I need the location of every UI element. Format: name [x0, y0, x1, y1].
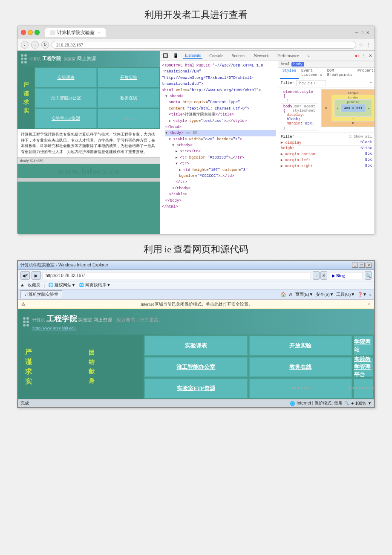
reload-button[interactable]: ↻: [41, 41, 49, 49]
ie-site-url[interactable]: http://www.jstxv.hhit.edu.: [32, 326, 163, 330]
ie-content: 计算机 工程学院 实验室 网上资源 放万卷书，行万里路。 http://www.…: [18, 309, 374, 399]
ie-stop-btn[interactable]: ✕: [320, 271, 327, 280]
back-button[interactable]: ‹: [21, 41, 29, 49]
ie-toolbar-btn2[interactable]: 🌐 网页快讯库▼: [79, 282, 110, 288]
ie-home-btn[interactable]: 🏠: [281, 292, 286, 297]
site-header: 计算机 工程学院 实验室 网上资源: [17, 51, 160, 67]
chrome-max-btn[interactable]: [35, 30, 40, 35]
ie-nav-ftp[interactable]: 实验室FTP资源: [144, 379, 247, 398]
styles-tabs: Styles Event Listeners DOM Breakpoints P…: [278, 68, 375, 79]
site-bottom-text: 计算机工程学院计算机类专业包括计算机科学与技术、软件工程等专业，大力扶持下，本专…: [17, 129, 160, 157]
ie-favorites-label[interactable]: 收藏夹: [28, 282, 40, 288]
bc-body[interactable]: body: [291, 62, 304, 66]
ie-more-btn[interactable]: »: [369, 292, 372, 297]
devtools-tab-elements[interactable]: Elements: [183, 52, 202, 59]
tab-styles[interactable]: Styles: [280, 68, 299, 79]
ie-site-header-text: 计算机 工程学院 实验室 网上资源 放万卷书，行万里路。 http://www.…: [32, 314, 163, 330]
ie-nav-shiyan[interactable]: 实验课表: [144, 336, 247, 356]
chrome-minimize-icon[interactable]: ─: [355, 30, 358, 35]
section2-title: 利用 ie 查看网页和源代码: [17, 243, 375, 256]
devtools-counter: ●1: [355, 54, 359, 58]
ie-nav-grid: 严 谨 求 实 实验课表 开放实验 学院网站 淮工智能办公室 教务在线 实践教学…: [18, 335, 374, 399]
ie-page-menu[interactable]: 页面(E)▼: [295, 292, 314, 298]
chrome-body: 计算机 工程学院 实验室 网上资源 严 谨 求 实 实验课表 开放实验 淮工智能…: [17, 51, 375, 234]
menu-icon[interactable]: ⋮: [366, 42, 371, 48]
nav-cell-kaifang[interactable]: 开放实验: [98, 68, 159, 87]
ie-help-btn[interactable]: ❓▼: [357, 292, 367, 297]
tab-favicon: [50, 30, 55, 35]
ie-titlebar: 计算机学院实验室 - Windows Internet Explorer _ □…: [18, 261, 374, 270]
html-line-title: <title>计算机学院实验室</title>: [169, 112, 276, 118]
bc-html[interactable]: html: [281, 62, 290, 66]
chrome-min-btn[interactable]: [28, 30, 33, 35]
html-line-table-close: </table>: [169, 191, 276, 197]
html-line-td: ▶ <td height="107" colspan="3" bgcolor="…: [179, 167, 276, 179]
ie-back-btn[interactable]: ◀▼: [20, 271, 30, 280]
nav-cell-shiyan[interactable]: 实验课表: [35, 68, 97, 87]
devtools-icon-device[interactable]: 📱: [173, 53, 178, 58]
padding-box: padding - 469 × 611 -: [334, 99, 372, 117]
ie-security-close-btn[interactable]: ×: [368, 301, 371, 307]
ie-go-btn[interactable]: →: [313, 271, 320, 280]
ie-favorites-star[interactable]: ★: [20, 283, 24, 288]
html-line-tr3: ▼ <tr>: [176, 161, 276, 167]
devtools-toolbar: 🔲 📱 Elements Console Sources Network Per…: [160, 51, 375, 61]
chrome-restore-icon[interactable]: □: [361, 30, 363, 35]
ie-minimize-btn[interactable]: _: [352, 263, 358, 268]
devtools-panel: 🔲 📱 Elements Console Sources Network Per…: [160, 51, 375, 234]
ie-sidebar-right: 团 结 献 身: [39, 335, 144, 399]
ie-nav-kaifang[interactable]: 开放实验: [249, 336, 352, 356]
ie-status-left: 完成: [20, 400, 29, 406]
ie-nav-dots2: •••••••••: [354, 379, 373, 398]
styles-filter-input[interactable]: [296, 80, 326, 86]
nav-cell-ftp[interactable]: 实验室FTP资源: [35, 109, 97, 128]
devtools-close-icon[interactable]: ✕: [369, 53, 372, 58]
devtools-tab-console[interactable]: Console: [208, 52, 225, 59]
tab-dom-breakpoints[interactable]: DOM Breakpoints: [325, 68, 355, 79]
elements-panel: <!DOCTYPE html PUBLIC "-//W3C//DTD XHTML…: [160, 61, 278, 234]
html-line-body[interactable]: ▼ <body> == $0: [165, 130, 276, 136]
html-line-head-close: </head>: [165, 124, 276, 130]
ie-nav-jiaowu[interactable]: 教务在线: [249, 357, 352, 377]
add-style-icon[interactable]: +: [370, 81, 372, 85]
bing-logo: ▶: [332, 273, 335, 278]
ie-print-icon[interactable]: 🖨: [288, 292, 293, 297]
ie-zoom-btn[interactable]: ▼: [368, 401, 372, 405]
ie-nav-xueyuan[interactable]: 学院网站: [354, 336, 373, 356]
address-input[interactable]: 210.28.32.167: [52, 41, 356, 49]
ie-close-btn[interactable]: ✕: [366, 263, 372, 268]
devtools-tab-sources[interactable]: Sources: [230, 52, 247, 59]
filter-label: Filter: [281, 81, 294, 85]
html-line-style: ▶ <style type="text/css">…</style>: [169, 118, 276, 124]
ie-nav-huaigong[interactable]: 淮工智能办公室: [144, 357, 247, 377]
devtools-settings-icon[interactable]: ⋮: [362, 53, 366, 58]
ie-nav-shijian[interactable]: 实践教学管理平台: [354, 357, 373, 377]
chrome-close-icon[interactable]: ✕: [366, 30, 369, 35]
ie-security-menu[interactable]: 安全(S)▼: [316, 292, 334, 298]
ie-search-btn[interactable]: 🔍: [365, 271, 372, 280]
ie-address-input[interactable]: http://210.28.32.167/: [43, 272, 311, 279]
chrome-tab-close[interactable]: ×: [98, 30, 101, 35]
chrome-tab[interactable]: 计算机学院实验室 ×: [45, 28, 106, 37]
ie-restore-btn[interactable]: □: [359, 263, 365, 268]
devtools-tab-more[interactable]: »: [306, 52, 311, 59]
ie-forward-btn[interactable]: ▶: [32, 271, 41, 280]
tab-event-listeners[interactable]: Event Listeners: [299, 68, 325, 79]
ie-security-text: Internet 区域当前已关闭保护模式。单击此处打开安全设置。: [141, 301, 253, 307]
chrome-close-btn[interactable]: [21, 30, 26, 35]
tab-properties[interactable]: Properties: [355, 68, 375, 79]
devtools-icon-inspect[interactable]: 🔲: [163, 53, 168, 58]
devtools-tab-performance[interactable]: Performance: [276, 52, 301, 59]
ie-toolbar-btn1[interactable]: 🌐 建议网站▼: [48, 282, 75, 288]
forward-button[interactable]: ›: [31, 41, 39, 49]
bookmark-icon[interactable]: ☆: [359, 42, 363, 48]
ie-search-box[interactable]: ▶ Bing: [329, 272, 363, 279]
ie-zoom-icon[interactable]: 🔍: [344, 401, 349, 405]
devtools-tab-network[interactable]: Network: [252, 52, 271, 59]
ie-tools-menu[interactable]: 工具(O)▼: [336, 292, 355, 298]
devtools-icons: ●1 ⋮ ✕: [355, 53, 372, 58]
nav-cell-huaigong[interactable]: 淮工智能办公室: [35, 88, 97, 108]
nav-cell-jiaowu[interactable]: 教务在线: [98, 88, 159, 108]
ie-tab-active[interactable]: 计算机学院实验室: [20, 290, 62, 298]
filter-label2: Filter: [281, 135, 294, 139]
